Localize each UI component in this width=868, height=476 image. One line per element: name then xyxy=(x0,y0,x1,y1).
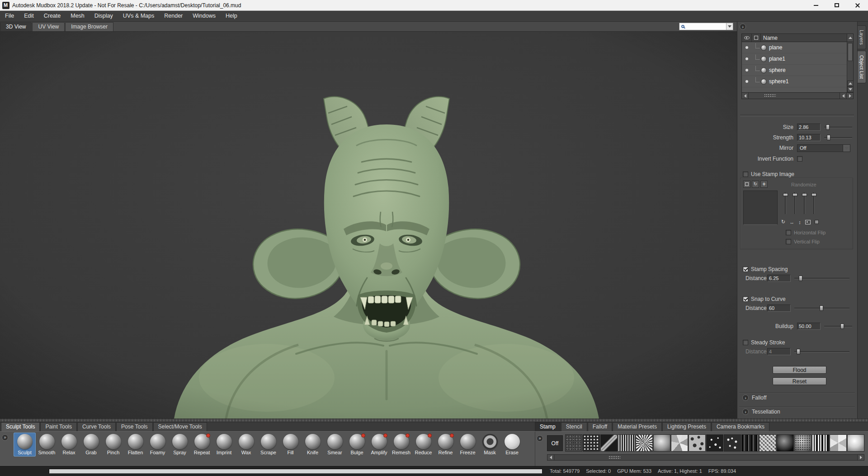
buildup-slider[interactable] xyxy=(824,326,852,327)
tab-curve-tools[interactable]: Curve Tools xyxy=(77,422,116,431)
snap-to-curve-checkbox[interactable] xyxy=(743,296,748,302)
tab-stamp[interactable]: Stamp xyxy=(535,422,561,431)
tool-mask[interactable]: Mask xyxy=(479,433,501,457)
move-icon[interactable] xyxy=(760,181,768,188)
maximize-button[interactable] xyxy=(826,0,847,10)
tool-freeze[interactable]: Freeze xyxy=(457,433,479,457)
tool-repeat[interactable]: Repeat xyxy=(191,433,213,457)
tab-paint-tools[interactable]: Paint Tools xyxy=(40,422,76,431)
invert-function-checkbox[interactable] xyxy=(797,156,802,162)
tool-pinch[interactable]: Pinch xyxy=(102,433,124,457)
tab-layers[interactable]: Layers xyxy=(858,25,866,49)
panel-splitter[interactable] xyxy=(0,419,868,422)
tab-select-move-tools[interactable]: Select/Move Tools xyxy=(153,422,207,431)
tool-smooth[interactable]: Smooth xyxy=(36,433,58,457)
stamp-thumb-spots[interactable] xyxy=(689,434,706,452)
tab-falloff[interactable]: Falloff xyxy=(588,422,612,431)
stamp-thumb-sparkle[interactable] xyxy=(706,434,723,452)
scrollbar-grip[interactable] xyxy=(609,456,620,460)
image-icon[interactable] xyxy=(743,181,750,188)
steady-stroke-checkbox[interactable] xyxy=(743,340,748,345)
tool-sculpt[interactable]: Sculpt xyxy=(14,433,36,457)
tool-erase[interactable]: Erase xyxy=(501,433,523,457)
tab-object-list[interactable]: Object List xyxy=(858,51,866,83)
stamp-preview[interactable] xyxy=(743,190,778,225)
stamp-thumb-starburst[interactable] xyxy=(636,434,653,452)
name-column-header[interactable]: Name xyxy=(761,35,847,41)
rotate-icon[interactable] xyxy=(752,181,759,188)
tool-wax[interactable]: Wax xyxy=(235,433,257,457)
section-tessellation[interactable]: Tessellation xyxy=(739,406,855,416)
stamp-thumb-weave[interactable] xyxy=(759,434,776,452)
object-row-sphere[interactable]: sphere xyxy=(742,65,847,76)
scroll-left-button[interactable] xyxy=(840,93,846,99)
stamp-thumb-speckle[interactable] xyxy=(565,434,582,452)
scroll-right-button[interactable] xyxy=(846,93,853,99)
tool-reduce[interactable]: Reduce xyxy=(412,433,434,457)
stamp-thumb-shatter[interactable] xyxy=(671,434,688,452)
tool-grab[interactable]: Grab xyxy=(80,433,102,457)
stamp-thumb-stripes[interactable] xyxy=(618,434,635,452)
stamp-slider[interactable] xyxy=(813,192,815,214)
viewport-3d[interactable] xyxy=(0,32,737,419)
tool-bulge[interactable]: Bulge xyxy=(346,433,368,457)
visibility-dot-icon[interactable] xyxy=(745,46,748,49)
expand-stamp-tray-button[interactable] xyxy=(537,435,543,442)
tab-uv-view[interactable]: UV View xyxy=(32,22,65,31)
tab-stencil[interactable]: Stencil xyxy=(561,422,587,431)
scrollbar-track[interactable] xyxy=(554,455,857,460)
tool-smear[interactable]: Smear xyxy=(324,433,346,457)
visibility-dot-icon[interactable] xyxy=(745,57,748,60)
stamp-tray-scrollbar[interactable] xyxy=(547,454,864,461)
stamp-thumb-facets[interactable] xyxy=(830,434,847,452)
menu-help[interactable]: Help xyxy=(221,11,242,21)
tool-remesh[interactable]: Remesh xyxy=(390,433,412,457)
menu-display[interactable]: Display xyxy=(90,11,118,21)
steady-distance-field[interactable]: 4 xyxy=(767,348,791,355)
object-row-sphere1[interactable]: sphere1 xyxy=(742,76,847,87)
visibility-dot-icon[interactable] xyxy=(745,80,748,83)
stamp-spacing-checkbox[interactable] xyxy=(743,267,748,272)
size-slider[interactable] xyxy=(824,127,852,128)
menu-file[interactable]: File xyxy=(0,11,19,21)
flood-button[interactable]: Flood xyxy=(773,366,826,374)
stamp-thumb-flowers[interactable] xyxy=(724,434,741,452)
tool-amplify[interactable]: Amplify xyxy=(368,433,390,457)
strength-field[interactable]: 10.13 xyxy=(797,134,821,141)
tab-lighting-presets[interactable]: Lighting Presets xyxy=(662,422,711,431)
tab-sculpt-tools[interactable]: Sculpt Tools xyxy=(1,422,40,431)
collapse-panel-button[interactable] xyxy=(740,24,746,30)
menu-windows[interactable]: Windows xyxy=(188,11,221,21)
vertical-flip-checkbox[interactable] xyxy=(786,239,791,244)
scroll-up-button[interactable] xyxy=(847,34,853,42)
size-field[interactable]: 2.86 xyxy=(797,124,821,131)
scrollbar-thumb[interactable] xyxy=(848,43,853,61)
tool-flatten[interactable]: Flatten xyxy=(124,433,146,457)
tool-relax[interactable]: Relax xyxy=(58,433,80,457)
tab-3d-view[interactable]: 3D View xyxy=(0,22,32,31)
object-row-plane1[interactable]: plane1 xyxy=(742,53,847,65)
stamp-thumb-soft[interactable] xyxy=(653,434,670,452)
stamp-thumb-dark-sphere[interactable] xyxy=(777,434,794,452)
tab-pose-tools[interactable]: Pose Tools xyxy=(116,422,152,431)
object-list-hscrollbar[interactable] xyxy=(741,93,854,99)
section-falloff[interactable]: Falloff xyxy=(739,392,855,402)
scroll-left-button[interactable] xyxy=(742,93,749,99)
tool-spray[interactable]: Spray xyxy=(169,433,191,457)
image-icon[interactable] xyxy=(805,220,811,224)
flip-horizontal-icon[interactable] xyxy=(789,219,794,225)
stamp-thumb-dot-grid[interactable] xyxy=(583,434,600,452)
scroll-right-button[interactable] xyxy=(857,455,864,460)
minimize-button[interactable] xyxy=(806,0,826,10)
chevron-down-icon[interactable] xyxy=(843,145,850,152)
tool-refine[interactable]: Refine xyxy=(434,433,457,457)
close-button[interactable] xyxy=(847,0,868,10)
strength-slider[interactable] xyxy=(824,137,852,138)
menu-uvs-maps[interactable]: UVs & Maps xyxy=(118,11,159,21)
steady-distance-slider[interactable] xyxy=(794,351,849,352)
tab-camera-bookmarks[interactable]: Camera Bookmarks xyxy=(712,422,769,431)
snap-distance-field[interactable]: 60 xyxy=(767,305,791,312)
menu-edit[interactable]: Edit xyxy=(19,11,39,21)
stamp-thumb-rope[interactable] xyxy=(600,434,618,452)
scrollbar-grip[interactable] xyxy=(764,94,776,98)
